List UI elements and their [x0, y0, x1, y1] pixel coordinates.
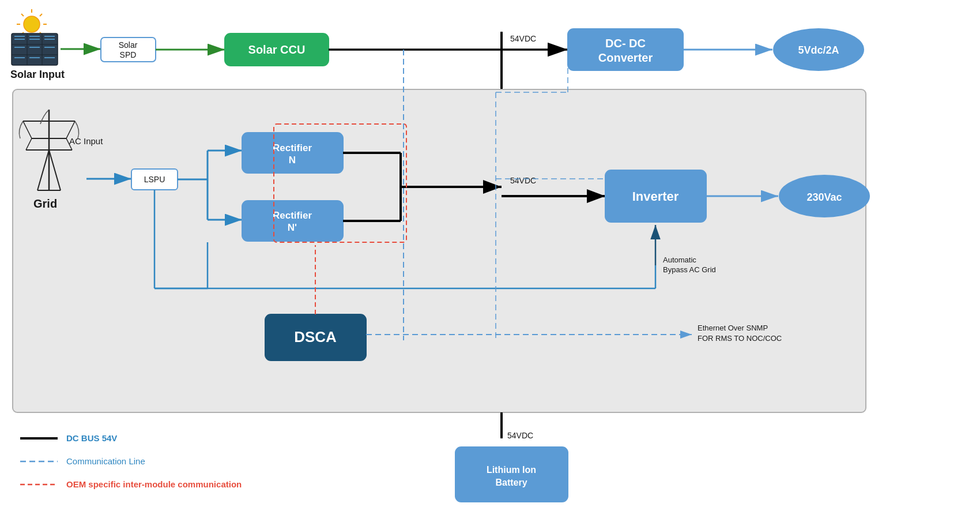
dsca-label: DSCA — [294, 328, 337, 346]
voltage-54-top: 54VDC — [510, 34, 536, 43]
grid-label: Grid — [33, 197, 57, 210]
svg-rect-10 — [12, 33, 58, 65]
svg-text:N: N — [289, 155, 296, 166]
rectifier-n-label: Rectifier — [273, 142, 312, 153]
battery-label-1: Lithium Ion — [487, 465, 536, 475]
solar-ccu-label: Solar CCU — [248, 43, 306, 56]
ethernet-label: Ethernet Over SNMP — [698, 324, 768, 332]
svg-text:Converter: Converter — [598, 51, 653, 64]
diagram-container: Solar Input Solar SPD Solar CCU DC- DC C… — [0, 0, 980, 522]
main-svg: Solar Input Solar SPD Solar CCU DC- DC C… — [0, 0, 980, 522]
solar-spd-label: Solar — [119, 40, 138, 50]
legend-dc-bus-label: DC BUS 54V — [66, 433, 117, 443]
lspu-label: LSPU — [144, 175, 165, 184]
ac-input-label: AC Input — [69, 136, 103, 146]
solar-input-label: Solar Input — [10, 69, 65, 80]
svg-rect-36 — [568, 29, 683, 70]
rectifier-np-label: Rectifier — [273, 210, 312, 221]
svg-text:N': N' — [288, 222, 297, 233]
battery-label-2: Battery — [495, 478, 527, 487]
dc-dc-label: DC- DC — [605, 37, 646, 50]
svg-rect-40 — [13, 89, 866, 412]
legend-comm-label: Communication Line — [66, 456, 145, 466]
legend-oem-label: OEM specific inter-module communication — [66, 479, 242, 489]
svg-text:SPD: SPD — [120, 50, 137, 59]
svg-point-1 — [24, 16, 40, 32]
voltage-54-bot: 54VDC — [507, 431, 533, 440]
svg-text:FOR RMS TO NOC/COC: FOR RMS TO NOC/COC — [698, 334, 782, 343]
output-230v-label: 230Vac — [806, 191, 842, 203]
svg-rect-64 — [242, 201, 343, 241]
svg-text:Bypass AC Grid: Bypass AC Grid — [663, 265, 716, 274]
output-5v-label: 5Vdc/2A — [798, 44, 839, 56]
voltage-54-mid: 54VDC — [510, 176, 536, 185]
inverter-label: Inverter — [632, 189, 679, 204]
bypass-label: Automatic — [663, 256, 696, 264]
